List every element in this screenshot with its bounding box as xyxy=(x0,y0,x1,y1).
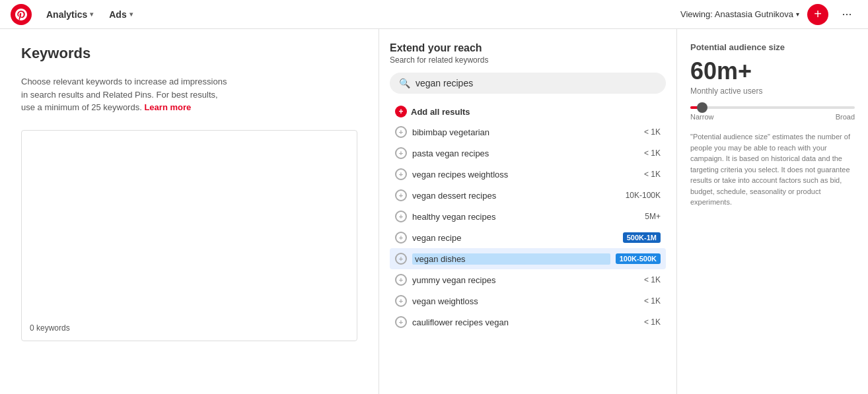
add-keyword-icon[interactable]: + xyxy=(395,316,407,328)
extend-title: Extend your reach xyxy=(390,42,666,54)
keyword-count: < 1K xyxy=(644,127,661,137)
keyword-name: vegan recipes weightloss xyxy=(412,170,639,180)
keyword-count: 100K-500K xyxy=(616,253,661,264)
extend-subtitle: Search for related keywords xyxy=(390,55,666,65)
slider-thumb[interactable] xyxy=(697,102,707,113)
keyword-name: healthy vegan recipes xyxy=(412,212,639,222)
keyword-row[interactable]: +vegan dessert recipes10K-100K xyxy=(390,185,666,206)
keyword-list: +bibimbap vegetarian< 1K+pasta vegan rec… xyxy=(390,121,666,381)
keyword-count: < 1K xyxy=(644,148,661,158)
audience-note: "Potential audience size" estimates the … xyxy=(690,131,855,208)
ads-chevron-icon: ▾ xyxy=(129,11,133,18)
main-container: Keywords Choose relevant keywords to inc… xyxy=(0,29,868,394)
middle-panel: Extend your reach Search for related key… xyxy=(379,29,676,394)
analytics-chevron-icon: ▾ xyxy=(90,11,93,18)
add-keyword-icon[interactable]: + xyxy=(395,168,407,180)
search-icon: 🔍 xyxy=(399,78,410,88)
page-title: Keywords xyxy=(21,45,357,62)
keyword-name: pasta vegan recipes xyxy=(412,148,639,158)
keyword-count: 500K-1M xyxy=(623,232,661,243)
add-keyword-icon[interactable]: + xyxy=(395,189,407,201)
keywords-area: 0 keywords xyxy=(21,130,357,341)
audience-subtitle: Monthly active users xyxy=(690,86,855,96)
keyword-count: 5M+ xyxy=(645,212,661,221)
add-keyword-icon[interactable]: + xyxy=(395,295,407,307)
keyword-row[interactable]: +vegan recipe500K-1M xyxy=(390,227,666,248)
keyword-name: bibimbap vegetarian xyxy=(412,127,639,137)
narrow-label: Narrow xyxy=(690,113,713,121)
add-keyword-icon[interactable]: + xyxy=(395,253,407,265)
search-input[interactable] xyxy=(416,78,657,88)
ads-nav[interactable]: Ads ▾ xyxy=(102,7,139,22)
broad-label: Broad xyxy=(836,113,855,121)
add-keyword-icon[interactable]: + xyxy=(395,126,407,138)
analytics-nav[interactable]: Analytics ▾ xyxy=(40,7,100,22)
keyword-name: vegan weightloss xyxy=(412,296,639,306)
keyword-row[interactable]: +vegan weightloss< 1K xyxy=(390,290,666,312)
search-box: 🔍 xyxy=(390,73,666,94)
keyword-count: < 1K xyxy=(644,296,661,306)
add-keyword-icon[interactable]: + xyxy=(395,232,407,244)
left-panel: Keywords Choose relevant keywords to inc… xyxy=(0,29,379,394)
ads-label: Ads xyxy=(109,9,126,20)
keyword-count: < 1K xyxy=(644,170,661,179)
analytics-label: Analytics xyxy=(46,9,87,20)
keyword-name: cauliflower recipes vegan xyxy=(412,317,639,327)
keyword-row[interactable]: +bibimbap vegetarian< 1K xyxy=(390,121,666,143)
pinterest-logo[interactable] xyxy=(11,4,32,25)
add-keyword-icon[interactable]: + xyxy=(395,147,407,159)
audience-title: Potential audience size xyxy=(690,42,855,52)
keyword-name: vegan recipe xyxy=(412,233,618,243)
topnav: Analytics ▾ Ads ▾ Viewing: Anastasia Gut… xyxy=(0,0,868,29)
keyword-row[interactable]: +yummy vegan recipes< 1K xyxy=(390,269,666,290)
keyword-row[interactable]: +vegan recipes weightloss< 1K xyxy=(390,164,666,185)
keyword-row[interactable]: +healthy vegan recipes5M+ xyxy=(390,206,666,227)
audience-number: 60m+ xyxy=(690,57,855,85)
keywords-count: 0 keywords xyxy=(30,323,349,333)
description: Choose relevant keywords to increase ad … xyxy=(21,75,233,114)
slider-track xyxy=(690,106,855,109)
keyword-count: 10K-100K xyxy=(626,191,661,200)
keyword-count: < 1K xyxy=(644,275,661,284)
nav-left: Analytics ▾ Ads ▾ xyxy=(40,7,139,22)
keyword-row[interactable]: +vegan dishes100K-500K xyxy=(390,248,666,269)
add-all-icon: + xyxy=(395,106,407,117)
learn-more-link[interactable]: Learn more xyxy=(144,102,191,112)
keyword-row[interactable]: +pasta vegan recipes< 1K xyxy=(390,143,666,164)
add-keyword-icon[interactable]: + xyxy=(395,274,407,286)
keyword-name: yummy vegan recipes xyxy=(412,275,639,285)
viewing-label[interactable]: Viewing: Anastasia Gutnikova ▾ xyxy=(680,9,799,19)
more-options-button[interactable]: ··· xyxy=(836,4,857,25)
viewing-chevron-icon: ▾ xyxy=(796,11,799,18)
add-all-label: Add all results xyxy=(411,107,470,117)
keyword-name: vegan dessert recipes xyxy=(412,191,620,201)
slider-labels: Narrow Broad xyxy=(690,113,855,121)
keyword-count: < 1K xyxy=(644,317,661,327)
right-panel: Potential audience size 60m+ Monthly act… xyxy=(676,29,868,394)
add-keyword-icon[interactable]: + xyxy=(395,211,407,222)
nav-right: Viewing: Anastasia Gutnikova ▾ + ··· xyxy=(680,4,857,25)
add-button[interactable]: + xyxy=(807,4,828,25)
keyword-row[interactable]: +cauliflower recipes vegan< 1K xyxy=(390,312,666,333)
keyword-name: vegan dishes xyxy=(412,253,610,265)
add-all-row[interactable]: + Add all results xyxy=(390,102,666,121)
